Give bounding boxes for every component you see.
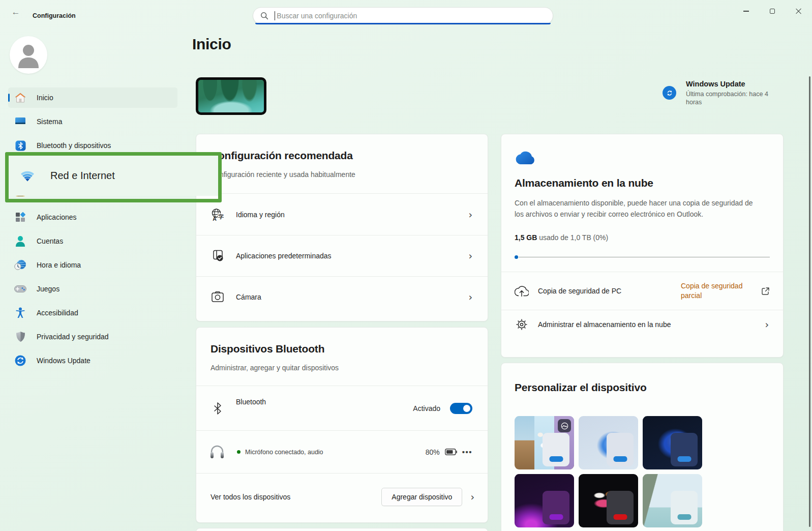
toggle-knob [463, 405, 470, 412]
external-link-icon[interactable] [761, 287, 770, 296]
card-title: Configuración recomendada [210, 150, 473, 162]
svg-text:A: A [213, 215, 217, 221]
add-device-button[interactable]: Agregar dispositivo [381, 488, 462, 506]
vertical-scrollbar[interactable] [809, 76, 810, 527]
sidebar-item-sistema[interactable]: Sistema [8, 111, 177, 132]
usage-rest: usado de 1,0 TB (0%) [539, 233, 608, 242]
chevron-right-icon: › [470, 491, 474, 503]
search-icon [260, 12, 268, 20]
wifi-icon [20, 170, 35, 182]
theme-thumbnail-glow-purple[interactable] [515, 474, 574, 527]
svg-text:字: 字 [218, 213, 224, 219]
storage-usage: 1,5 GB usado de 1,0 TB (0%) [515, 233, 770, 242]
windows-update-status[interactable]: Windows Update Última comprobación: hace… [663, 80, 785, 106]
theme-thumbnail-bloom-dark[interactable] [643, 416, 702, 469]
sidebar-item-label: Juegos [37, 285, 59, 293]
personalize-device-card: Personalizar el dispositivo [501, 363, 784, 531]
sidebar-item-label: Cuentas [37, 237, 63, 245]
sidebar-item-accesibilidad[interactable]: Accesibilidad [8, 303, 177, 323]
wallpaper-thumbnail [198, 80, 264, 112]
apps-icon [14, 211, 26, 223]
windows-update-icon [14, 355, 26, 367]
sidebar-item-hora-e-idioma[interactable]: Hora e idioma [8, 255, 177, 275]
annotation-highlight-box: Red e Internet [5, 152, 222, 202]
sidebar-item-windows-update[interactable]: Windows Update [8, 350, 177, 371]
card-description: Con el almacenamiento disponible, puede … [515, 197, 758, 220]
more-options-icon[interactable]: ••• [462, 448, 472, 456]
language-region-icon: 字 A [210, 208, 225, 222]
back-button[interactable]: ← [7, 5, 24, 19]
titlebar: ← Configuración [0, 0, 812, 24]
time-language-icon [14, 259, 26, 271]
row-camara[interactable]: Cámara › [196, 277, 488, 317]
avatar[interactable] [10, 36, 47, 74]
theme-thumbnail-collage[interactable] [515, 416, 574, 469]
theme-thumbnail-bloom-light[interactable] [579, 416, 638, 469]
sidebar-item-juegos[interactable]: Juegos [8, 279, 177, 299]
windows-update-icon [663, 86, 676, 100]
search-input[interactable] [277, 12, 546, 20]
theme-preview-overlay [671, 433, 698, 466]
headphones-icon [208, 445, 226, 459]
back-arrow-icon: ← [12, 7, 20, 17]
storage-progress-bar [515, 255, 770, 259]
battery-icon [445, 449, 457, 455]
default-apps-icon [210, 249, 225, 263]
bluetooth-toggle[interactable] [450, 403, 472, 414]
theme-preview-overlay [543, 433, 569, 466]
sidebar-item-label: Windows Update [37, 357, 91, 365]
sidebar-nav: Inicio Sistema Bluetooth y dispositivos [8, 87, 177, 374]
row-bluetooth-toggle: Bluetooth Activado [196, 386, 488, 430]
annotation-target-label[interactable]: Red e Internet [50, 170, 115, 182]
update-status-title: Windows Update [686, 80, 783, 88]
maximize-icon [770, 9, 775, 14]
sidebar-item-aplicaciones[interactable]: Aplicaciones [8, 207, 177, 227]
row-ver-todos[interactable]: Ver todos los dispositivos Agregar dispo… [196, 474, 488, 520]
sidebar-item-label: Bluetooth y dispositivos [37, 141, 111, 150]
maximize-button[interactable] [759, 0, 786, 22]
accent-pill [677, 456, 691, 462]
backup-status-link[interactable]: Copia de seguridad parcial [681, 281, 758, 301]
cloud-icon [515, 151, 770, 165]
battery-percent: 80% [426, 448, 440, 456]
theme-thumbnail-abstract-dark[interactable] [579, 474, 638, 527]
sidebar-item-privacidad[interactable]: Privacidad y seguridad [8, 327, 177, 347]
sidebar-item-inicio[interactable]: Inicio [8, 87, 177, 108]
sidebar-item-cuentas[interactable]: Cuentas [8, 231, 177, 251]
row-label: Aplicaciones predeterminadas [236, 252, 332, 260]
text-cursor [275, 11, 275, 20]
card-title: Personalizar el dispositivo [501, 363, 783, 394]
accent-pill [677, 514, 691, 520]
progress-track [519, 257, 770, 258]
accent-pill [549, 456, 563, 462]
bluetooth-devices-card: Dispositivos Bluetooth Administrar, agre… [196, 327, 488, 523]
close-button[interactable] [786, 0, 812, 22]
row-connected-device[interactable]: Micrófono conectado, audio 80% ••• [196, 431, 488, 473]
row-copia-seguridad[interactable]: Copia de seguridad de PC Copia de seguri… [501, 272, 783, 310]
theme-thumbnail-landscape-light[interactable] [643, 474, 702, 527]
photo-badge-icon [558, 419, 571, 432]
card-title: Dispositivos Bluetooth [210, 343, 473, 355]
row-label: Idioma y región [236, 211, 285, 219]
usage-value: 1,5 GB [515, 233, 537, 242]
chevron-right-icon: › [468, 209, 472, 220]
close-icon [796, 8, 802, 14]
search-bar[interactable] [253, 7, 553, 24]
shield-icon [14, 331, 26, 343]
recommended-settings-card: Configuración recomendada Configuración … [196, 134, 488, 321]
device-status-text: Micrófono conectado, audio [245, 449, 323, 456]
gear-icon [515, 317, 529, 332]
row-administrar-nube[interactable]: Administrar el almacenamiento en la nube… [501, 310, 783, 339]
cloud-storage-card: Almacenamiento en la nube Con el almacen… [501, 134, 784, 358]
connected-status-dot [237, 450, 240, 454]
accent-pill [549, 514, 563, 520]
row-aplicaciones-predeterminadas[interactable]: Aplicaciones predeterminadas › [196, 235, 488, 276]
card-title: Almacenamiento en la nube [515, 177, 770, 189]
minimize-button[interactable] [733, 0, 759, 22]
row-label: Bluetooth [236, 398, 266, 406]
row-idioma-y-region[interactable]: 字 A Idioma y región › [196, 194, 488, 235]
toggle-status-text: Activado [413, 404, 440, 412]
camera-icon [210, 290, 225, 304]
progress-used-dot [515, 255, 518, 259]
chevron-right-icon: › [765, 319, 769, 330]
